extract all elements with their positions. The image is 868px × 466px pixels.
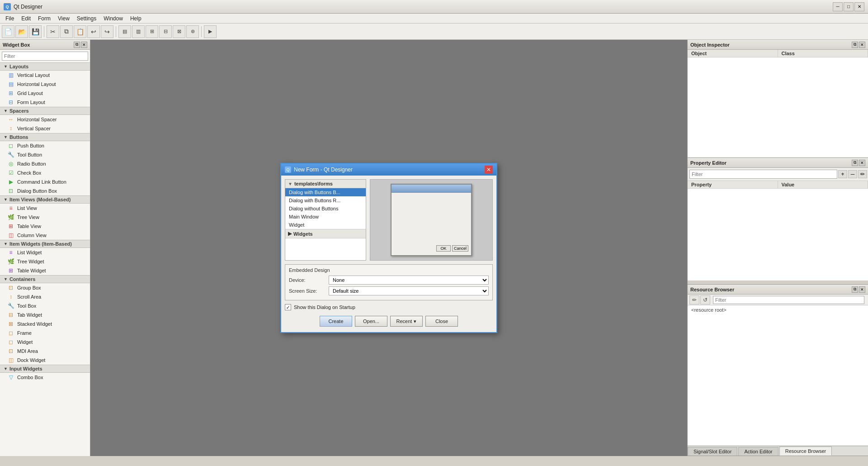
menu-settings[interactable]: Settings (73, 14, 100, 23)
widget-vertical-spacer-label: Vertical Spacer (17, 126, 51, 131)
startup-checkbox[interactable]: ✓ (285, 304, 291, 310)
section-buttons[interactable]: ▼ Buttons (0, 133, 90, 141)
section-input-widgets[interactable]: ▼ Input Widgets (0, 365, 90, 373)
widget-list-widget[interactable]: ≡ List Widget (0, 248, 90, 257)
section-item-widgets[interactable]: ▼ Item Widgets (Item-Based) (0, 240, 90, 248)
property-editor-close[interactable]: ✕ (859, 160, 865, 166)
open-button[interactable]: Open... (355, 316, 387, 327)
property-filter-input[interactable] (689, 170, 837, 179)
design-area[interactable]: Q New Form - Qt Designer ✕ ▼ templates\f… (90, 40, 687, 456)
widget-group-box[interactable]: ⊡ Group Box (0, 283, 90, 292)
tab-signal-slot-editor[interactable]: Signal/Slot Editor (688, 447, 737, 456)
tab-action-editor[interactable]: Action Editor (738, 447, 778, 456)
toolbar-layout-form[interactable]: ⊟ (159, 25, 172, 38)
close-dialog-button[interactable]: Close (425, 316, 458, 327)
section-layouts[interactable]: ▼ Layouts (0, 62, 90, 71)
widget-mdi-area[interactable]: ⊡ MDI Area (0, 347, 90, 356)
widget-widget[interactable]: ◻ Widget (0, 338, 90, 347)
widget-check-box[interactable]: ☑ Check Box (0, 168, 90, 177)
menu-file[interactable]: File (2, 14, 18, 23)
toolbar-preview[interactable]: ▶ (204, 25, 217, 38)
menu-help[interactable]: Help (127, 14, 145, 23)
widget-box-close[interactable]: ✕ (81, 42, 87, 48)
widget-column-view[interactable]: ◫ Column View (0, 231, 90, 240)
section-item-views[interactable]: ▼ Item Views (Model-Based) (0, 195, 90, 204)
prop-remove-button[interactable]: ─ (848, 170, 857, 178)
widget-filter-input[interactable] (2, 52, 88, 61)
widget-box-float[interactable]: ⧉ (74, 42, 80, 48)
close-button[interactable]: ✕ (854, 2, 864, 11)
prop-edit-button[interactable]: ✏ (858, 170, 867, 178)
maximize-button[interactable]: □ (844, 2, 854, 11)
object-col-header: Object (688, 50, 778, 57)
widget-form-layout[interactable]: ⊟ Form Layout (0, 98, 90, 107)
prop-add-button[interactable]: + (838, 170, 847, 178)
widget-combo-box[interactable]: ▽ Combo Box (0, 373, 90, 382)
object-inspector-close[interactable]: ✕ (859, 42, 865, 48)
radio-button-icon: ◎ (7, 160, 14, 167)
toolbar-break-layout[interactable]: ⊠ (173, 25, 185, 38)
widget-list-view[interactable]: ≡ List View (0, 204, 90, 213)
widget-frame[interactable]: ◻ Frame (0, 328, 90, 338)
property-editor-title: Property Editor (690, 160, 726, 166)
window-controls: ─ □ ✕ (833, 2, 864, 11)
menu-view[interactable]: View (54, 14, 73, 23)
section-containers[interactable]: ▼ Containers (0, 275, 90, 283)
toolbar-redo[interactable]: ↪ (101, 25, 113, 38)
embedded-screen-select[interactable]: Default size (329, 286, 489, 295)
toolbar-layout-grid[interactable]: ⊞ (146, 25, 158, 38)
menu-edit[interactable]: Edit (18, 14, 34, 23)
minimize-button[interactable]: ─ (833, 2, 843, 11)
dialog-close-button[interactable]: ✕ (485, 166, 493, 174)
toolbar-layout-h[interactable]: ▤ (118, 25, 131, 38)
widget-dialog-button-box[interactable]: ⊡ Dialog Button Box (0, 186, 90, 195)
resource-browser-close[interactable]: ✕ (859, 286, 865, 293)
widget-stacked-widget[interactable]: ⊠ Stacked Widget (0, 319, 90, 328)
widget-table-view[interactable]: ⊞ Table View (0, 222, 90, 231)
widget-scroll-area[interactable]: ↕ Scroll Area (0, 292, 90, 301)
widget-grid-layout[interactable]: ⊞ Grid Layout (0, 89, 90, 98)
resource-browser-float[interactable]: ⧉ (852, 286, 858, 293)
toolbar-open[interactable]: 📂 (15, 25, 28, 38)
widget-vertical-spacer[interactable]: ↕ Vertical Spacer (0, 124, 90, 133)
form-list-item-4[interactable]: Widget (285, 221, 366, 229)
widget-command-link-button[interactable]: ▶ Command Link Button (0, 177, 90, 186)
widget-radio-button[interactable]: ◎ Radio Button (0, 159, 90, 168)
toolbar-adjust-size[interactable]: ⊛ (186, 25, 199, 38)
form-list-item-1[interactable]: Dialog with Buttons R... (285, 196, 366, 204)
embedded-device-select[interactable]: None (329, 276, 489, 285)
section-spacers[interactable]: ▼ Spacers (0, 107, 90, 115)
widget-tool-box[interactable]: 🔧 Tool Box (0, 301, 90, 310)
toolbar-cut[interactable]: ✂ (47, 25, 59, 38)
resource-filter-input[interactable] (713, 296, 864, 304)
widget-dock-widget[interactable]: ◫ Dock Widget (0, 356, 90, 365)
widget-push-button[interactable]: ◻ Push Button (0, 141, 90, 150)
toolbar-layout-v[interactable]: ▥ (132, 25, 145, 38)
toolbar-undo[interactable]: ↩ (87, 25, 100, 38)
form-list-item-0[interactable]: Dialog with Buttons B... (285, 188, 366, 196)
tab-resource-browser[interactable]: Resource Browser (779, 447, 832, 456)
widget-tree-widget[interactable]: 🌿 Tree Widget (0, 257, 90, 266)
object-inspector-float[interactable]: ⧉ (852, 42, 858, 48)
res-edit-button[interactable]: ✏ (689, 295, 699, 304)
widget-horizontal-layout[interactable]: ▤ Horizontal Layout (0, 80, 90, 89)
toolbar-copy[interactable]: ⧉ (60, 25, 73, 38)
property-editor-float[interactable]: ⧉ (852, 160, 858, 166)
menu-window[interactable]: Window (100, 14, 127, 23)
widget-tree-view[interactable]: 🌿 Tree View (0, 213, 90, 222)
create-button[interactable]: Create (320, 316, 352, 327)
widget-dialog-button-box-label: Dialog Button Box (17, 188, 57, 194)
widget-tab-widget[interactable]: ⊟ Tab Widget (0, 310, 90, 319)
widget-horizontal-spacer[interactable]: ↔ Horizontal Spacer (0, 115, 90, 124)
menu-form[interactable]: Form (34, 14, 54, 23)
recent-button[interactable]: Recent ▾ (390, 316, 423, 327)
toolbar-paste[interactable]: 📋 (74, 25, 86, 38)
widget-table-widget[interactable]: ⊞ Table Widget (0, 266, 90, 275)
widget-vertical-layout[interactable]: ▥ Vertical Layout (0, 71, 90, 80)
toolbar-new[interactable]: 📄 (2, 25, 14, 38)
form-list-item-2[interactable]: Dialog without Buttons (285, 204, 366, 213)
res-refresh-button[interactable]: ↺ (700, 295, 710, 304)
toolbar-save[interactable]: 💾 (29, 25, 42, 38)
widget-tool-button[interactable]: 🔧 Tool Button (0, 150, 90, 159)
form-list-item-3[interactable]: Main Window (285, 213, 366, 221)
